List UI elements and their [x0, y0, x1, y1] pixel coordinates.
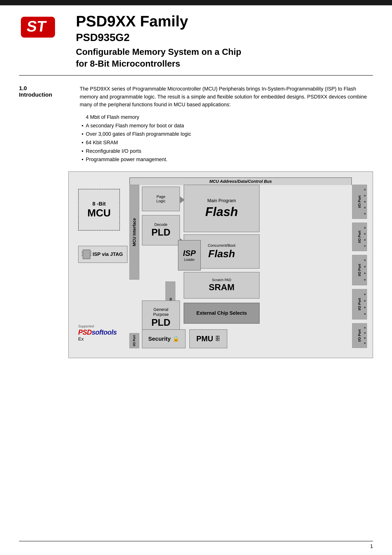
general-label1: General: [153, 307, 168, 312]
isp-loader-block: ISP Loader: [178, 240, 201, 270]
list-item: 4 Mbit of Flash memory: [80, 113, 373, 122]
loader-label: Loader: [184, 258, 195, 262]
mcu-label-large: MCU: [87, 207, 111, 219]
pmu-label: PMU: [196, 335, 213, 343]
io-port-label-1: I/O Port: [358, 196, 362, 208]
st-logo: ST: [19, 15, 65, 40]
decode-pld-label: PLD: [152, 227, 170, 238]
pmu-block: PMU 🗄: [189, 329, 227, 348]
sram-block: Scratch PAD SRAM: [184, 272, 260, 299]
io-port-label-2: I/O Port: [358, 231, 362, 243]
boot-flash-label: Flash: [208, 248, 235, 259]
list-item: •Programmable power management.: [80, 155, 373, 164]
io-port-connector-1: [363, 187, 367, 217]
concurrent-label: Concurrent/Boot: [208, 243, 235, 248]
list-item: •A secondary Flash memory for boot or da…: [80, 122, 373, 130]
mcu-interface-label: MCU Interface: [132, 218, 137, 246]
io-port-1: I/O Port: [352, 185, 367, 219]
section-body: The PSD9XX series of Programmable Microc…: [80, 85, 373, 164]
main-flash-block: Main Program Flash: [184, 185, 260, 232]
lock-icon: 🔒: [173, 336, 179, 342]
footer-page-number: 1: [370, 543, 373, 549]
desc-title: Configurable Memory System on a Chip for…: [76, 46, 373, 69]
feature-list: 4 Mbit of Flash memory •A secondary Flas…: [80, 113, 373, 164]
diagram-inner: MCU Address/Data/Control Bus 8 -Bit MCU …: [74, 177, 367, 352]
isp-jtag-label: ISP via JTAG: [93, 251, 123, 257]
desc-line2: for 8-Bit Microcontrollers: [76, 58, 373, 69]
io-port-bottom-1: I/O Port: [129, 333, 139, 348]
header-content: ST PSD9XX Family PSD935G2 Configurable M…: [0, 5, 392, 75]
io-port-3: I/O Port: [352, 255, 367, 285]
main-title: PSD9XX Family: [76, 13, 373, 29]
cylinder-icon: 🗄: [215, 336, 220, 342]
softools-logo: Supported PSDsoftools Ex: [78, 322, 124, 344]
io-port-bottom-label-1: I/O Port: [133, 335, 136, 346]
security-label: Security: [148, 336, 171, 342]
io-port-4: I/O Port: [352, 289, 367, 320]
list-item: •64 Kbit SRAM: [80, 138, 373, 147]
list-item: •Reconfigurable I/O ports: [80, 147, 373, 155]
main-program-label: Main Program: [207, 198, 236, 203]
io-port-label-5: I/O Port: [358, 329, 362, 342]
general-label2: Purpose: [153, 312, 169, 317]
page-logic-block: Page Logic: [142, 187, 180, 211]
sram-label: SRAM: [209, 282, 234, 292]
sub-title: PSD935G2: [76, 31, 373, 43]
section-label: 1.0 Introduction: [19, 85, 68, 164]
jtag-chip-icon: [83, 250, 90, 259]
io-port-label-4: I/O Port: [358, 298, 362, 310]
security-block: Security 🔒: [142, 329, 186, 348]
page-label2: Logic: [156, 199, 166, 203]
arrow-right-1: [180, 196, 185, 204]
decode-label: Decode: [154, 222, 167, 227]
io-port-2: I/O Port: [352, 223, 367, 251]
flash-label-large: Flash: [205, 204, 238, 219]
svg-text:ST: ST: [26, 18, 47, 35]
mcu-block: 8 -Bit MCU: [78, 189, 120, 231]
section-number: 1.0: [19, 85, 68, 91]
decode-pld-block: Decode PLD: [142, 215, 180, 245]
ext-chip-block: External Chip Selects: [184, 303, 260, 324]
gp-pld-label: PLD: [152, 317, 170, 328]
title-area: PSD9XX Family PSD935G2 Configurable Memo…: [65, 13, 373, 69]
desc-line1: Configurable Memory System on a Chip: [76, 46, 373, 58]
section-name: Introduction: [19, 91, 68, 98]
ext-chip-label: External Chip Selects: [196, 310, 247, 316]
isp-jtag-block: ISP via JTAG: [78, 246, 128, 263]
list-item: •Over 3,000 gates of Flash programmable …: [80, 130, 373, 138]
page-footer: 1: [19, 541, 373, 549]
scratch-pad-label: Scratch PAD: [212, 278, 231, 282]
softools-brand: PSDsoftools: [78, 328, 117, 336]
bus-label: MCU Address/Data/Control Bus: [129, 177, 352, 185]
mcu-label-small: 8 -Bit: [92, 201, 106, 207]
softools-sub: Ex: [78, 336, 84, 342]
io-port-5: I/O Port: [352, 323, 367, 348]
intro-paragraph: The PSD9XX series of Programmable Microc…: [80, 85, 373, 109]
header-bar: [0, 0, 392, 5]
softools-supported: Supported: [78, 324, 94, 328]
content-section: 1.0 Introduction The PSD9XX series of Pr…: [0, 76, 392, 168]
isp-label: ISP: [183, 249, 196, 258]
io-port-label-3: I/O Port: [358, 264, 362, 276]
mcu-interface-bar: MCU Interface: [129, 185, 139, 280]
diagram-container: MCU Address/Data/Control Bus 8 -Bit MCU …: [68, 171, 373, 358]
page-label1: Page: [157, 195, 166, 199]
